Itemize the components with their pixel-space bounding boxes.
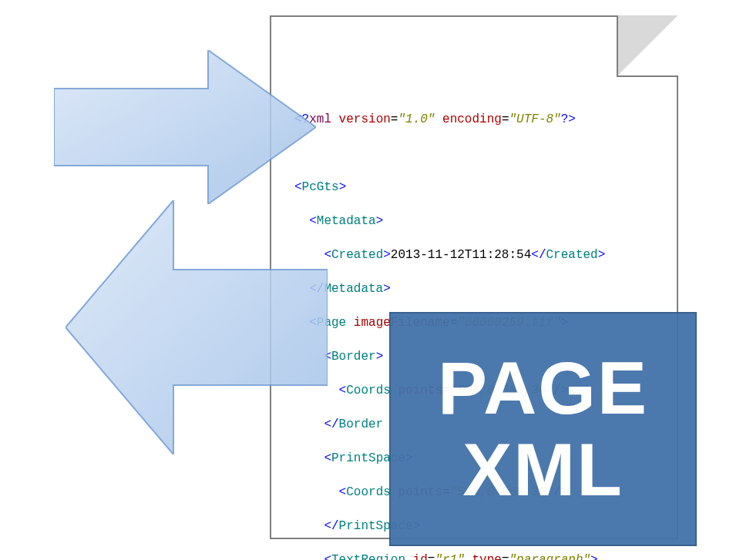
arrow-left-icon <box>66 200 328 454</box>
code-line: </Metadata> <box>294 280 605 297</box>
arrow-right-icon <box>54 50 316 204</box>
code-line: <Metadata> <box>294 213 605 230</box>
badge-line-1: PAGE <box>438 347 648 429</box>
code-line: <PcGts> <box>294 179 605 196</box>
code-blank <box>294 145 605 162</box>
code-line: <TextRegion id="r1" type="paragraph"> <box>294 552 605 560</box>
badge-line-2: XML <box>462 429 624 511</box>
code-line: <?xml version="1.0" encoding="UTF-8"?> <box>294 111 605 128</box>
code-line: <Created>2013-11-12T11:28:54</Created> <box>294 246 605 263</box>
page-xml-badge: PAGE XML <box>389 312 697 546</box>
page-dogear <box>617 15 678 77</box>
